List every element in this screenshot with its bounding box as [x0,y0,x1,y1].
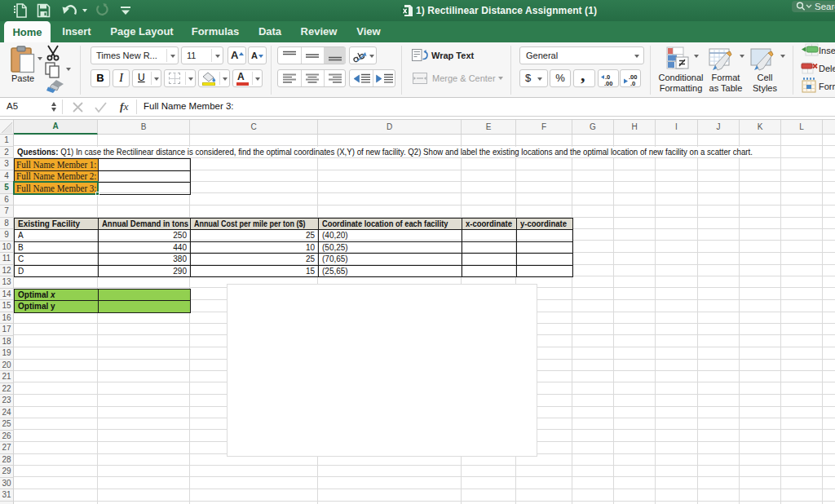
svg-text:.00: .00 [604,80,612,86]
svg-text:.0: .0 [630,80,635,86]
